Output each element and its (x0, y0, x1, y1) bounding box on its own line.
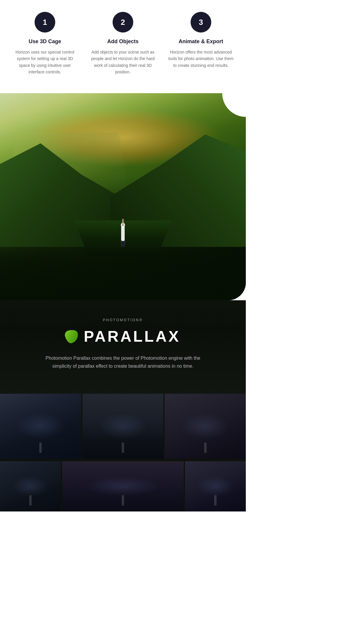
thumb-glow-6 (197, 476, 234, 496)
thumb-figure-5 (122, 495, 124, 506)
figure-leg-left (121, 240, 123, 247)
hero-section (0, 93, 246, 300)
step-3-number: 3 (191, 12, 211, 33)
thumb-figure-2 (122, 443, 124, 453)
step-2-title: Add Objects (107, 38, 139, 45)
gallery-item-5[interactable] (62, 461, 184, 511)
gallery-item-4[interactable] (0, 461, 61, 511)
step-3: 3 Animate & Export Horizon offers the mo… (162, 12, 240, 75)
step-2: 2 Add Objects Add objects to your scene … (84, 12, 162, 75)
figure (119, 217, 126, 241)
figure-body (121, 226, 125, 241)
gallery-thumb-2 (82, 394, 164, 459)
gallery-thumb-1 (0, 394, 81, 459)
gallery-item-1[interactable] (0, 394, 81, 459)
gallery-item-2[interactable] (82, 394, 164, 459)
brand-subtitle: PHOTOMOTION® (12, 318, 234, 322)
step-2-number: 2 (113, 12, 133, 33)
gallery-row-2 (0, 461, 246, 511)
thumb-figure-4 (29, 495, 32, 506)
thumb-glow-5 (86, 476, 159, 496)
brand-description: Photomotion Parallax combines the power … (42, 354, 204, 370)
step-3-description: Horizon offers the most advanced tools f… (168, 49, 234, 69)
step-2-description: Add objects to your scene such as people… (90, 49, 156, 75)
step-1-description: Horizon uses our special control system … (12, 49, 78, 75)
gallery-thumb-4 (0, 461, 61, 511)
gallery-item-6[interactable] (185, 461, 246, 511)
step-1-title: Use 3D Cage (29, 38, 61, 45)
thumb-glow-1 (16, 413, 65, 439)
gallery-thumb-6 (185, 461, 246, 511)
gallery-thumb-3 (165, 394, 246, 459)
thumb-figure-1 (39, 443, 42, 453)
gallery-item-3[interactable] (165, 394, 246, 459)
thumb-glow-2 (99, 413, 147, 439)
step-1: 1 Use 3D Cage Horizon uses our special c… (6, 12, 84, 75)
brand-logo-row: PARALLAX (12, 327, 234, 345)
brand-name: PARALLAX (84, 327, 180, 345)
gallery-row-1 (0, 394, 246, 460)
steps-section: 1 Use 3D Cage Horizon uses our special c… (0, 0, 246, 93)
thumb-figure-6 (214, 495, 217, 506)
step-3-title: Animate & Export (178, 38, 223, 45)
gallery-thumb-5 (62, 461, 184, 511)
thumb-figure-3 (204, 443, 207, 453)
brand-section: PHOTOMOTION® PARALLAX Photomotion Parall… (0, 300, 246, 394)
figure-legs (121, 240, 125, 247)
hero-image (0, 93, 246, 300)
brand-gem-icon (64, 328, 80, 344)
step-1-number: 1 (35, 12, 55, 33)
gallery-section (0, 394, 246, 511)
thumb-glow-3 (181, 413, 230, 439)
figure-hair (122, 219, 124, 226)
thumb-glow-4 (12, 476, 49, 496)
